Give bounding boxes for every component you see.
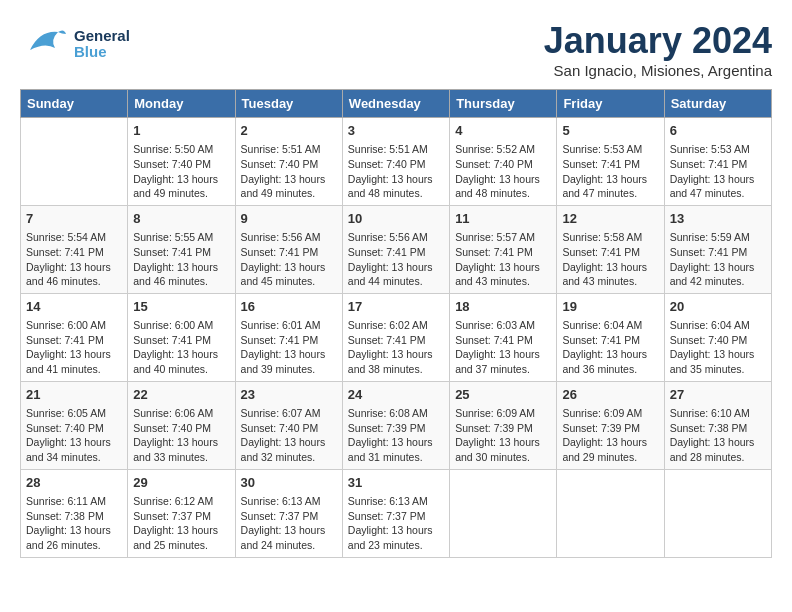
- day-number: 24: [348, 386, 444, 404]
- day-number: 31: [348, 474, 444, 492]
- calendar-week-4: 21Sunrise: 6:05 AMSunset: 7:40 PMDayligh…: [21, 381, 772, 469]
- calendar-cell: 17Sunrise: 6:02 AMSunset: 7:41 PMDayligh…: [342, 293, 449, 381]
- calendar-cell: 12Sunrise: 5:58 AMSunset: 7:41 PMDayligh…: [557, 205, 664, 293]
- day-content: Sunrise: 6:00 AMSunset: 7:41 PMDaylight:…: [133, 318, 229, 377]
- day-content: Sunrise: 6:09 AMSunset: 7:39 PMDaylight:…: [455, 406, 551, 465]
- calendar-cell: 20Sunrise: 6:04 AMSunset: 7:40 PMDayligh…: [664, 293, 771, 381]
- logo-text: General Blue: [74, 28, 130, 61]
- day-content: Sunrise: 5:51 AMSunset: 7:40 PMDaylight:…: [241, 142, 337, 201]
- day-number: 15: [133, 298, 229, 316]
- calendar-table: Sunday Monday Tuesday Wednesday Thursday…: [20, 89, 772, 558]
- day-content: Sunrise: 6:04 AMSunset: 7:40 PMDaylight:…: [670, 318, 766, 377]
- col-thursday: Thursday: [450, 90, 557, 118]
- day-content: Sunrise: 5:55 AMSunset: 7:41 PMDaylight:…: [133, 230, 229, 289]
- col-wednesday: Wednesday: [342, 90, 449, 118]
- day-number: 6: [670, 122, 766, 140]
- day-number: 18: [455, 298, 551, 316]
- calendar-cell: 30Sunrise: 6:13 AMSunset: 7:37 PMDayligh…: [235, 469, 342, 557]
- day-number: 29: [133, 474, 229, 492]
- calendar-cell: 21Sunrise: 6:05 AMSunset: 7:40 PMDayligh…: [21, 381, 128, 469]
- col-friday: Friday: [557, 90, 664, 118]
- calendar-cell: [664, 469, 771, 557]
- day-content: Sunrise: 5:53 AMSunset: 7:41 PMDaylight:…: [562, 142, 658, 201]
- day-content: Sunrise: 6:13 AMSunset: 7:37 PMDaylight:…: [348, 494, 444, 553]
- day-content: Sunrise: 5:56 AMSunset: 7:41 PMDaylight:…: [241, 230, 337, 289]
- day-number: 25: [455, 386, 551, 404]
- day-number: 16: [241, 298, 337, 316]
- calendar-cell: 1Sunrise: 5:50 AMSunset: 7:40 PMDaylight…: [128, 118, 235, 206]
- calendar-cell: 8Sunrise: 5:55 AMSunset: 7:41 PMDaylight…: [128, 205, 235, 293]
- col-monday: Monday: [128, 90, 235, 118]
- logo-blue: Blue: [74, 44, 130, 61]
- day-number: 9: [241, 210, 337, 228]
- title-block: January 2024 San Ignacio, Misiones, Arge…: [544, 20, 772, 79]
- day-content: Sunrise: 6:04 AMSunset: 7:41 PMDaylight:…: [562, 318, 658, 377]
- calendar-cell: 11Sunrise: 5:57 AMSunset: 7:41 PMDayligh…: [450, 205, 557, 293]
- day-content: Sunrise: 5:50 AMSunset: 7:40 PMDaylight:…: [133, 142, 229, 201]
- day-content: Sunrise: 6:07 AMSunset: 7:40 PMDaylight:…: [241, 406, 337, 465]
- day-number: 12: [562, 210, 658, 228]
- calendar-cell: 23Sunrise: 6:07 AMSunset: 7:40 PMDayligh…: [235, 381, 342, 469]
- calendar-cell: [450, 469, 557, 557]
- calendar-cell: 28Sunrise: 6:11 AMSunset: 7:38 PMDayligh…: [21, 469, 128, 557]
- calendar-week-1: 1Sunrise: 5:50 AMSunset: 7:40 PMDaylight…: [21, 118, 772, 206]
- calendar-cell: 3Sunrise: 5:51 AMSunset: 7:40 PMDaylight…: [342, 118, 449, 206]
- calendar-cell: 13Sunrise: 5:59 AMSunset: 7:41 PMDayligh…: [664, 205, 771, 293]
- day-number: 27: [670, 386, 766, 404]
- day-content: Sunrise: 6:03 AMSunset: 7:41 PMDaylight:…: [455, 318, 551, 377]
- day-content: Sunrise: 5:59 AMSunset: 7:41 PMDaylight:…: [670, 230, 766, 289]
- calendar-week-5: 28Sunrise: 6:11 AMSunset: 7:38 PMDayligh…: [21, 469, 772, 557]
- calendar-cell: 6Sunrise: 5:53 AMSunset: 7:41 PMDaylight…: [664, 118, 771, 206]
- day-number: 30: [241, 474, 337, 492]
- day-number: 19: [562, 298, 658, 316]
- day-content: Sunrise: 6:12 AMSunset: 7:37 PMDaylight:…: [133, 494, 229, 553]
- calendar-cell: 26Sunrise: 6:09 AMSunset: 7:39 PMDayligh…: [557, 381, 664, 469]
- calendar-cell: 29Sunrise: 6:12 AMSunset: 7:37 PMDayligh…: [128, 469, 235, 557]
- calendar-cell: 5Sunrise: 5:53 AMSunset: 7:41 PMDaylight…: [557, 118, 664, 206]
- calendar-cell: 2Sunrise: 5:51 AMSunset: 7:40 PMDaylight…: [235, 118, 342, 206]
- calendar-cell: 4Sunrise: 5:52 AMSunset: 7:40 PMDaylight…: [450, 118, 557, 206]
- day-content: Sunrise: 5:54 AMSunset: 7:41 PMDaylight:…: [26, 230, 122, 289]
- calendar-cell: 31Sunrise: 6:13 AMSunset: 7:37 PMDayligh…: [342, 469, 449, 557]
- calendar-cell: 10Sunrise: 5:56 AMSunset: 7:41 PMDayligh…: [342, 205, 449, 293]
- day-number: 1: [133, 122, 229, 140]
- calendar-cell: 25Sunrise: 6:09 AMSunset: 7:39 PMDayligh…: [450, 381, 557, 469]
- col-sunday: Sunday: [21, 90, 128, 118]
- calendar-cell: 19Sunrise: 6:04 AMSunset: 7:41 PMDayligh…: [557, 293, 664, 381]
- day-number: 8: [133, 210, 229, 228]
- day-content: Sunrise: 5:57 AMSunset: 7:41 PMDaylight:…: [455, 230, 551, 289]
- day-content: Sunrise: 5:53 AMSunset: 7:41 PMDaylight:…: [670, 142, 766, 201]
- calendar-cell: 22Sunrise: 6:06 AMSunset: 7:40 PMDayligh…: [128, 381, 235, 469]
- day-number: 20: [670, 298, 766, 316]
- logo: General Blue: [20, 20, 130, 68]
- day-content: Sunrise: 6:02 AMSunset: 7:41 PMDaylight:…: [348, 318, 444, 377]
- calendar-week-3: 14Sunrise: 6:00 AMSunset: 7:41 PMDayligh…: [21, 293, 772, 381]
- day-number: 23: [241, 386, 337, 404]
- day-content: Sunrise: 6:06 AMSunset: 7:40 PMDaylight:…: [133, 406, 229, 465]
- day-number: 5: [562, 122, 658, 140]
- day-number: 7: [26, 210, 122, 228]
- calendar-cell: 18Sunrise: 6:03 AMSunset: 7:41 PMDayligh…: [450, 293, 557, 381]
- day-content: Sunrise: 5:52 AMSunset: 7:40 PMDaylight:…: [455, 142, 551, 201]
- day-number: 21: [26, 386, 122, 404]
- day-content: Sunrise: 6:01 AMSunset: 7:41 PMDaylight:…: [241, 318, 337, 377]
- calendar-cell: 14Sunrise: 6:00 AMSunset: 7:41 PMDayligh…: [21, 293, 128, 381]
- day-content: Sunrise: 6:08 AMSunset: 7:39 PMDaylight:…: [348, 406, 444, 465]
- calendar-cell: 27Sunrise: 6:10 AMSunset: 7:38 PMDayligh…: [664, 381, 771, 469]
- logo-icon: [20, 20, 68, 68]
- calendar-cell: [557, 469, 664, 557]
- day-content: Sunrise: 6:11 AMSunset: 7:38 PMDaylight:…: [26, 494, 122, 553]
- calendar-cell: [21, 118, 128, 206]
- calendar-header-row: Sunday Monday Tuesday Wednesday Thursday…: [21, 90, 772, 118]
- day-content: Sunrise: 5:56 AMSunset: 7:41 PMDaylight:…: [348, 230, 444, 289]
- day-content: Sunrise: 6:00 AMSunset: 7:41 PMDaylight:…: [26, 318, 122, 377]
- day-number: 28: [26, 474, 122, 492]
- calendar-cell: 15Sunrise: 6:00 AMSunset: 7:41 PMDayligh…: [128, 293, 235, 381]
- location-subtitle: San Ignacio, Misiones, Argentina: [544, 62, 772, 79]
- day-number: 14: [26, 298, 122, 316]
- day-content: Sunrise: 5:51 AMSunset: 7:40 PMDaylight:…: [348, 142, 444, 201]
- day-number: 2: [241, 122, 337, 140]
- col-saturday: Saturday: [664, 90, 771, 118]
- page-header: General Blue January 2024 San Ignacio, M…: [20, 20, 772, 79]
- day-number: 4: [455, 122, 551, 140]
